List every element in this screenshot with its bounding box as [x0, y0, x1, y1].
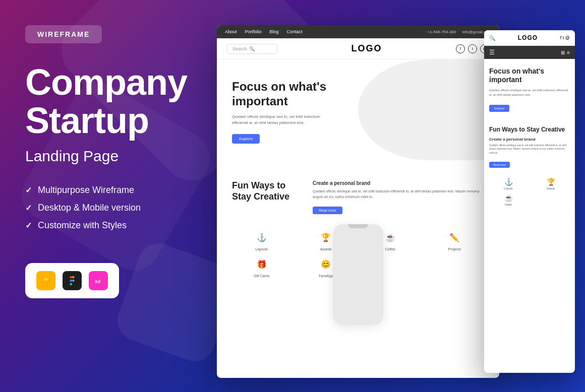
features-right: Create a personal brand Quidam officiis … [313, 180, 484, 214]
sketch-icon [36, 271, 55, 290]
mobile-read-btn[interactable]: Read more [489, 162, 510, 168]
coffee-label: Coffee [385, 247, 396, 251]
feature-item-1: ✓ Multipurpose Wireframe [25, 185, 192, 195]
projects-icon: ✏️ [446, 229, 462, 245]
read-more-button[interactable]: Read more [313, 207, 342, 214]
check-icon-3: ✓ [25, 221, 32, 230]
svg-rect-7 [70, 283, 72, 286]
icon-layouts: ⚓ Layouts [232, 229, 291, 251]
mobile-list-icon: ≡ [567, 50, 570, 55]
hero-explore-button[interactable]: Explore [232, 134, 260, 144]
xd-icon: Xd [89, 271, 108, 290]
mobile-coffee-icon: ☕ [504, 194, 513, 202]
mobile-sub-title: Create a personal brand [489, 137, 570, 142]
feature-item-3: ✓ Customize with Styles [25, 220, 192, 231]
icon-giftcards: 🎁 Gift Cards [232, 256, 291, 278]
mobile-body-text: Quidam officiis similique sea ei, vel to… [489, 144, 570, 155]
icons-grid: ⚓ Layouts 🏆 Awards ☕ Coffee ✏️ Projects … [232, 229, 484, 278]
phone-mockup-overlay [333, 224, 383, 325]
nav-contact-info: +1-546-754-300 info@gmail.com [427, 30, 491, 34]
nav-links: About Portfolio Blog Contact [225, 29, 303, 34]
twitter-icon: t [468, 44, 477, 53]
hero-title: Focus on what's important [232, 80, 333, 109]
hero-body-text: Quidam officiis similique sea ei, vel to… [232, 114, 323, 126]
nav-portfolio: Portfolio [245, 29, 262, 34]
mobile-icon-layouts: ⚓ Layouts [489, 178, 528, 190]
mobile-coffee-label: Coffee [505, 203, 512, 206]
mobile-search-icon: 🔍 [489, 35, 495, 41]
mockup-search-bar: Search 🔍 [227, 44, 277, 54]
mockup-icons-section: ⚓ Layouts 🏆 Awards ☕ Coffee ✏️ Projects … [217, 224, 499, 288]
hero-blob [358, 59, 499, 160]
mockup-header: Search 🔍 LOGO f t @ [217, 38, 499, 59]
left-panel: WIREFRAME Company Startup Landing Page ✓… [0, 0, 217, 392]
feature-item-2: ✓ Desktop & Mobile version [25, 203, 192, 213]
features-left: Fun Ways to Stay Creative [232, 180, 303, 214]
feature-label-2: Desktop & Mobile version [38, 203, 141, 213]
check-icon-2: ✓ [25, 203, 32, 213]
layouts-label: Layouts [255, 247, 268, 251]
nav-phone: +1-546-754-300 [427, 30, 456, 34]
mockup-features-section: Fun Ways to Stay Creative Create a perso… [217, 170, 499, 224]
features-section-title: Fun Ways to Stay Creative [232, 180, 303, 202]
mobile-grid-icon: ⊞ [561, 50, 565, 55]
facebook-icon: f [456, 44, 465, 53]
projects-label: Projects [448, 247, 461, 251]
svg-rect-3 [70, 276, 72, 279]
page-subtitle: Landing Page [25, 148, 192, 165]
mobile-awards-icon: 🏆 [547, 178, 555, 186]
mobile-hero-title: Focus on what's important [489, 67, 570, 84]
mobile-awards-label: Awards [547, 187, 555, 190]
tools-badge: Xd [25, 263, 119, 298]
mobile-layouts-label: Layouts [504, 187, 513, 190]
faceapp-label: FaceApp [319, 274, 333, 278]
icon-projects: ✏️ Projects [425, 229, 485, 251]
awards-icon: 🏆 [318, 229, 334, 245]
mobile-logo: LOGO [518, 34, 538, 41]
check-icon-1: ✓ [25, 185, 32, 195]
faceapp-icon: 😊 [318, 256, 334, 272]
mobile-hero-text: Quidam officiis similique sea ei, vel to… [489, 88, 570, 97]
mobile-layouts-icon: ⚓ [504, 178, 513, 186]
mobile-nav: ☰ ⊞ ≡ [484, 46, 575, 59]
search-icon: 🔍 [249, 46, 255, 51]
awards-label: Awards [320, 247, 332, 251]
mockup-top-nav: About Portfolio Blog Contact +1-546-754-… [217, 25, 499, 38]
mobile-icon-coffee: ☕ Coffee [489, 194, 528, 206]
svg-point-6 [72, 280, 75, 282]
features-body-text: Quidam officiis similique sea ei, vel to… [313, 189, 484, 200]
wireframe-badge: WIREFRAME [25, 25, 102, 43]
svg-text:Xd: Xd [95, 279, 101, 284]
mobile-icon-awards: 🏆 Awards [532, 178, 570, 190]
mobile-hero-section: Focus on what's important Quidam officii… [484, 59, 575, 120]
hamburger-icon: ☰ [489, 49, 495, 56]
mobile-header: 🔍 LOGO f t @ [484, 30, 575, 46]
mobile-nav-icons: ⊞ ≡ [561, 50, 570, 55]
main-title: Company Startup [25, 63, 192, 140]
svg-rect-4 [72, 276, 75, 279]
phone-notch [348, 224, 368, 228]
features-list: ✓ Multipurpose Wireframe ✓ Desktop & Mob… [25, 185, 192, 238]
giftcards-label: Gift Cards [254, 274, 270, 278]
coffee-icon: ☕ [382, 229, 398, 245]
giftcards-icon: 🎁 [254, 256, 270, 272]
mockup-logo: LOGO [352, 43, 382, 54]
desktop-mockup: About Portfolio Blog Contact +1-546-754-… [217, 25, 499, 378]
mobile-explore-button[interactable]: Explore [489, 105, 509, 112]
figma-icon [63, 271, 82, 290]
search-text: Search [232, 46, 247, 51]
features-sub-title: Create a personal brand [313, 180, 484, 186]
nav-blog: Blog [270, 29, 279, 34]
mobile-section-title: Fun Ways to Stay Creative [489, 126, 570, 133]
mockup-hero-section: Focus on what's important Quidam officii… [217, 59, 499, 170]
svg-rect-5 [70, 280, 72, 282]
feature-label-3: Customize with Styles [38, 220, 127, 231]
mobile-icons-grid: ⚓ Layouts 🏆 Awards ☕ Coffee [484, 174, 575, 210]
mobile-features-section: Fun Ways to Stay Creative Create a perso… [484, 120, 575, 174]
nav-about: About [225, 29, 237, 34]
mobile-social-icons: f t @ [560, 35, 570, 40]
nav-contact: Contact [287, 29, 303, 34]
layouts-icon: ⚓ [254, 229, 270, 245]
feature-label-1: Multipurpose Wireframe [38, 185, 134, 195]
mobile-mockup: 🔍 LOGO f t @ ☰ ⊞ ≡ Focus on what's impor… [484, 30, 575, 373]
